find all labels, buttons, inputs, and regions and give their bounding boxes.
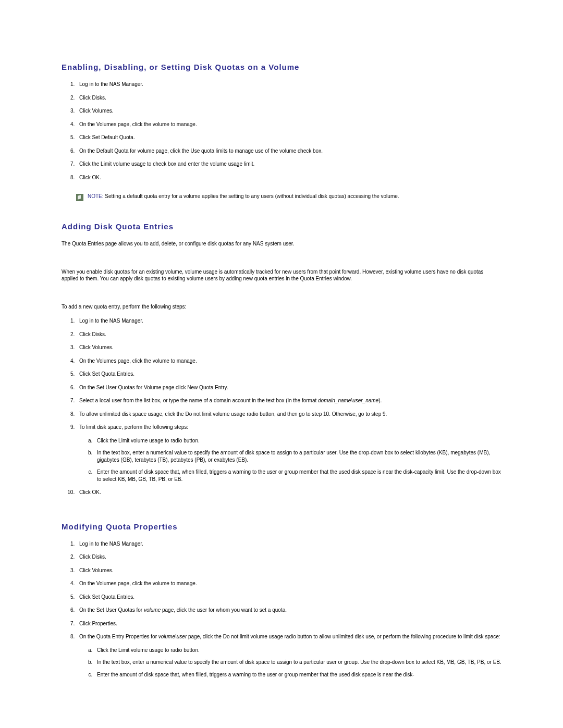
substep-item: Click the Limit volume usage to radio bu…: [94, 647, 501, 654]
step-item: Log in to the NAS Manager.: [76, 540, 501, 548]
note-icon: [76, 194, 83, 201]
step-text: On the Quota Entry Properties for: [79, 634, 158, 639]
step-item: Click the Limit volume usage to check bo…: [76, 161, 501, 168]
step-item: On the Quota Entry Properties for volume…: [76, 633, 501, 678]
step-item: On the Volumes page, click the volume to…: [76, 580, 501, 587]
step-item: To allow unlimited disk space usage, cli…: [76, 411, 501, 418]
document-page: Enabling, Disabling, or Setting Disk Quo…: [0, 0, 563, 711]
step-item: Click Properties.: [76, 620, 501, 627]
step-item: On the Volumes page, click the volume to…: [76, 121, 501, 128]
step-item: On the Set User Quotas for volume page, …: [76, 607, 501, 614]
step-item: Click Set Quota Entries.: [76, 371, 501, 378]
heading-adding-entries: Adding Disk Quota Entries: [62, 222, 501, 231]
step-item: Log in to the NAS Manager.: [76, 81, 501, 88]
substep-item: In the text box, enter a numerical value…: [94, 449, 501, 463]
heading-enabling-quotas: Enabling, Disabling, or Setting Disk Quo…: [62, 63, 501, 71]
note-label: NOTE:: [88, 193, 104, 199]
step-item: Select a local user from the list box, o…: [76, 397, 501, 404]
step-item: Log in to the NAS Manager.: [76, 317, 501, 325]
step-item: On the Default Quota for volume page, cl…: [76, 147, 501, 155]
steps-list-3: Log in to the NAS Manager. Click Disks. …: [62, 540, 501, 678]
steps-list-1: Log in to the NAS Manager. Click Disks. …: [62, 81, 501, 181]
substep-item: Enter the amount of disk space that, whe…: [94, 468, 501, 483]
step-item: Click OK.: [76, 174, 501, 181]
step-text: Select a local user from the list box, o…: [79, 398, 318, 403]
volume-user-term: volume\user: [158, 634, 187, 639]
step-item: Click OK.: [76, 489, 501, 496]
step-item: On the Volumes page, click the volume to…: [76, 357, 501, 365]
format-term: domain_name\user_name: [318, 398, 378, 403]
paragraph: To add a new quota entry, perform the fo…: [62, 303, 501, 311]
paragraph: When you enable disk quotas for an exist…: [62, 268, 501, 282]
step-text: ).: [378, 398, 382, 403]
paragraph: The Quota Entries page allows you to add…: [62, 240, 501, 248]
step-item: Click Disks.: [76, 331, 501, 338]
step-text: To limit disk space, perform the followi…: [79, 424, 188, 430]
step-item: Click Volumes.: [76, 107, 501, 115]
steps-list-2: Log in to the NAS Manager. Click Disks. …: [62, 317, 501, 496]
step-item: To limit disk space, perform the followi…: [76, 424, 501, 483]
substeps-list: Click the Limit volume usage to radio bu…: [79, 647, 501, 678]
step-item: Click Disks.: [76, 94, 501, 102]
volume-term: volume: [144, 607, 161, 613]
note-body: Setting a default quota entry for a volu…: [104, 193, 399, 199]
step-item: Click Volumes.: [76, 344, 501, 351]
step-text: On the Set User Quotas for: [79, 607, 144, 613]
step-text: page, click the user for whom you want t…: [161, 607, 287, 613]
substep-item: Click the Limit volume usage to radio bu…: [94, 437, 501, 445]
step-item: Click Set Quota Entries.: [76, 594, 501, 601]
step-item: On the Set User Quotas for Volume page c…: [76, 384, 501, 391]
substep-item: Enter the amount of disk space that, whe…: [94, 671, 501, 678]
step-item: Click Disks.: [76, 553, 501, 561]
substeps-list: Click the Limit volume usage to radio bu…: [79, 437, 501, 483]
note-box: NOTE: Setting a default quota entry for …: [76, 193, 501, 201]
heading-modifying-properties: Modifying Quota Properties: [62, 522, 501, 531]
step-item: Click Volumes.: [76, 567, 501, 574]
note-text: NOTE: Setting a default quota entry for …: [88, 193, 399, 199]
step-text: page, click the Do not limit volume usag…: [187, 634, 500, 639]
substep-item: In the text box, enter a numerical value…: [94, 659, 501, 666]
step-item: Click Set Default Quota.: [76, 134, 501, 141]
